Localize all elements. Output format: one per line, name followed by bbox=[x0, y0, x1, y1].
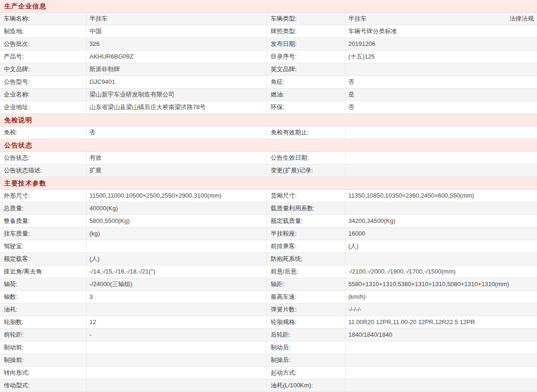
field-value-text: (人) bbox=[89, 255, 100, 262]
field-label: 制操前: bbox=[0, 354, 87, 366]
field-value-text: AKHUR6BG09Z bbox=[89, 53, 133, 60]
field-label-text: 半挂鞍座: bbox=[271, 230, 297, 237]
table-row: 公告型号:GJC9401免征:否 bbox=[0, 76, 537, 89]
field-label: 轴距: bbox=[267, 278, 346, 290]
table-row: 制造地:中国牌照类型:车辆号牌分类标准 bbox=[0, 25, 537, 38]
table-row: 公告状态描述:扩展变更(扩展)记录: bbox=[0, 164, 537, 177]
field-value: 5800,5500(Kg) bbox=[87, 215, 267, 227]
field-label-text: 整备质量: bbox=[4, 217, 30, 224]
field-value: -/24000(三轴组) bbox=[87, 278, 267, 290]
field-value: 40000(Kg) bbox=[87, 202, 267, 214]
field-label-text: 油耗(L/100Km): bbox=[271, 382, 313, 389]
field-value-text: 否 bbox=[89, 129, 96, 136]
field-label: 公告状态描述: bbox=[0, 164, 87, 177]
field-label-text: 制动前: bbox=[4, 344, 24, 351]
field-label: 燃油: bbox=[267, 89, 346, 101]
field-label: 产品号: bbox=[0, 51, 87, 63]
field-label: 免检有效期止: bbox=[267, 126, 346, 139]
table-row: 车辆名称:半挂车车辆类型:半挂车法律法规 bbox=[0, 13, 537, 25]
field-label: 变更(扩展)记录: bbox=[267, 164, 346, 177]
field-value: 斯派菲勒牌 bbox=[87, 63, 267, 75]
field-label-text: 中文品牌: bbox=[4, 66, 30, 73]
field-label: 防抱死系统: bbox=[267, 253, 346, 265]
field-label: 转向形式: bbox=[0, 367, 87, 379]
field-label: 总质量: bbox=[0, 202, 87, 214]
field-value-text: 20191206 bbox=[348, 40, 375, 47]
field-value bbox=[346, 126, 537, 139]
field-label-text: 前排乘客: bbox=[271, 243, 297, 250]
field-label-text: 英文品牌: bbox=[271, 66, 297, 73]
field-label-text: 前悬/后悬: bbox=[271, 268, 298, 275]
table-row: 接近角/离去角:-/14,-/15,-/16,-/18,-/21(°)前悬/后悬… bbox=[0, 266, 537, 278]
table-row: 油耗:弹簧片数:-/-/-/- bbox=[0, 303, 537, 316]
field-value-text: (十五)125 bbox=[348, 53, 375, 60]
field-label-text: 公告型号: bbox=[4, 78, 30, 85]
field-value-text: 半挂车 bbox=[89, 15, 108, 22]
field-value-text: 34200,34500(Kg) bbox=[348, 217, 395, 224]
field-value bbox=[346, 341, 537, 354]
field-value: 否 bbox=[346, 76, 537, 88]
field-label: 轮胎数: bbox=[0, 316, 87, 328]
table-row: 外形尺寸:11500,11000,10500×2500,2550×2900,31… bbox=[0, 190, 537, 202]
field-value: 11500,11000,10500×2500,2550×2900,3100(mm… bbox=[87, 190, 267, 202]
table-row: 产品号:AKHUR6BG09Z目录序号:(十五)125 bbox=[0, 51, 537, 63]
field-label: 制动前: bbox=[0, 341, 87, 354]
field-value-text: 半挂车 bbox=[348, 15, 367, 22]
field-label: 牌照类型: bbox=[267, 25, 346, 37]
field-value: 梁山新宇车业研发制造有限公司 bbox=[87, 89, 267, 101]
field-value-text: 16000 bbox=[348, 230, 365, 237]
field-label-text: 制动后: bbox=[271, 344, 291, 351]
field-value-text: - bbox=[89, 331, 91, 338]
field-label-text: 弹簧片数: bbox=[271, 306, 297, 313]
section-header: 免检说明 bbox=[0, 114, 537, 126]
field-label-text: 企业名称: bbox=[4, 91, 30, 98]
field-label-text: 转向形式: bbox=[4, 369, 30, 376]
field-value-text: (kg) bbox=[89, 230, 100, 237]
field-value: 是 bbox=[346, 89, 537, 101]
field-label-text: 轮胎规格: bbox=[271, 318, 297, 325]
field-label-text: 防抱死系统: bbox=[271, 255, 303, 262]
field-label-text: 最高车速: bbox=[271, 293, 297, 300]
field-label: 前轮距: bbox=[0, 329, 87, 341]
field-value-text: -/-/-/- bbox=[348, 306, 361, 313]
field-value-text: (人) bbox=[348, 243, 359, 250]
field-label: 公告状态: bbox=[0, 152, 87, 164]
field-value: 车辆号牌分类标准 bbox=[346, 25, 537, 37]
field-label: 前排乘客: bbox=[267, 240, 346, 252]
field-value: (kg) bbox=[87, 228, 267, 240]
field-value: 1840/1840/1840 bbox=[346, 329, 537, 341]
field-label-text: 车辆类型: bbox=[271, 15, 297, 22]
field-value: 34200,34500(Kg) bbox=[346, 215, 537, 227]
table-row: 公告状态:有效公告生效日期: bbox=[0, 152, 537, 164]
table-row: 企业地址:山东省梁山县梁山镇后庄大桥南梁济路78号环保:否 bbox=[0, 101, 537, 114]
field-label-text: 轴数: bbox=[4, 293, 18, 300]
field-label: 货厢尺寸: bbox=[267, 190, 346, 202]
field-label-text: 产品号: bbox=[4, 53, 24, 60]
field-label: 驾驶室: bbox=[0, 240, 87, 252]
field-value bbox=[87, 379, 267, 392]
field-value-text: 5580+1310+1310,5380+1310+1310,5080+1310+… bbox=[348, 281, 509, 288]
field-label: 公告型号: bbox=[0, 76, 87, 88]
field-label-text: 驾驶室: bbox=[4, 243, 24, 250]
field-label-text: 外形尺寸: bbox=[4, 192, 30, 199]
field-value bbox=[346, 63, 537, 75]
field-label-text: 油耗: bbox=[4, 306, 18, 313]
field-label: 起动方式: bbox=[267, 367, 346, 379]
field-label-text: 企业地址: bbox=[4, 104, 30, 111]
field-label: 公告生效日期: bbox=[267, 152, 346, 164]
table-row: 总质量:40000(Kg)载质量利用系数: bbox=[0, 202, 537, 215]
section-title: 生产企业信息 bbox=[4, 2, 46, 10]
field-value: (km/h) bbox=[346, 291, 537, 303]
field-value: 16000 bbox=[346, 228, 537, 240]
legal-link[interactable]: 法律法规 bbox=[509, 13, 534, 25]
field-value-text: 否 bbox=[348, 104, 354, 111]
field-value: 否 bbox=[346, 101, 537, 113]
field-label-text: 发布日期: bbox=[271, 40, 297, 47]
field-label-text: 总质量: bbox=[4, 205, 24, 212]
field-label-text: 前轮距: bbox=[4, 331, 24, 338]
field-label-text: 轴荷: bbox=[4, 281, 18, 288]
field-label: 企业地址: bbox=[0, 101, 87, 113]
table-row: 轴荷:-/24000(三轴组)轴距:5580+1310+1310,5380+13… bbox=[0, 278, 537, 291]
field-value-text: 40000(Kg) bbox=[89, 205, 118, 212]
section-title: 主要技术参数 bbox=[4, 179, 46, 187]
